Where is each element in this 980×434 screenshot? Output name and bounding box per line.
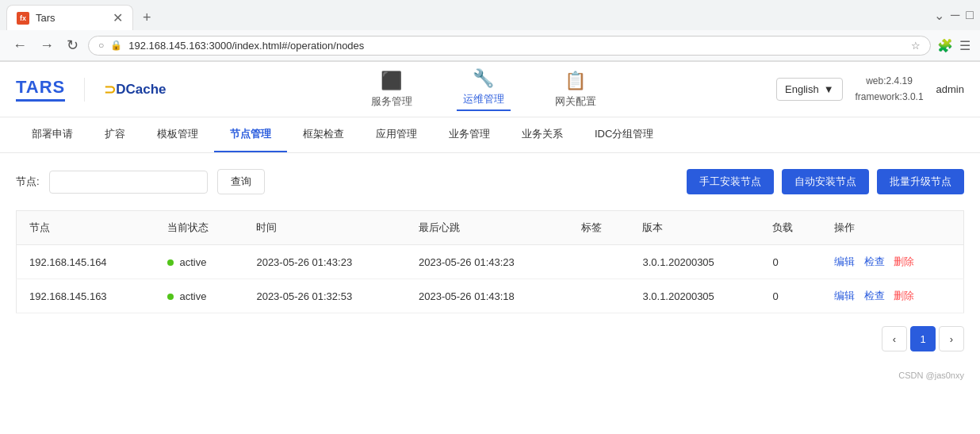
action-check-0[interactable]: 检查	[864, 255, 885, 267]
status-text-1: active	[179, 290, 206, 302]
cell-status-1: active	[155, 279, 244, 313]
subnav-idc[interactable]: IDC分组管理	[579, 117, 669, 152]
cell-version-0: 3.0.1.20200305	[630, 245, 760, 279]
logo-area: TARS ⊃ DCache	[16, 77, 190, 102]
tab-bar: fx Tars ✕ + ⌄ ─ □	[0, 0, 980, 30]
subnav-template[interactable]: 模板管理	[141, 117, 214, 152]
active-tab[interactable]: fx Tars ✕	[6, 5, 133, 30]
version-line2: framework:3.0.1	[856, 90, 924, 105]
dcache-d-icon: ⊃	[104, 81, 116, 98]
ops-label: 运维管理	[463, 92, 504, 106]
forward-button[interactable]: →	[36, 36, 57, 56]
cell-heartbeat-1: 2023-05-26 01:43:18	[406, 279, 568, 313]
nav-extras: 🧩 ☰	[937, 38, 970, 53]
app: TARS ⊃ DCache ⬛ 服务管理 🔧 运维管理 📋 网关配置	[0, 62, 980, 427]
search-button[interactable]: 查询	[217, 169, 265, 194]
menu-icon[interactable]: ☰	[959, 38, 970, 53]
dcache-text: DCache	[116, 82, 166, 98]
tab-close-button[interactable]: ✕	[113, 10, 123, 25]
cell-actions-0: 编辑 检查 删除	[821, 245, 963, 279]
browser-chrome: fx Tars ✕ + ⌄ ─ □ ← → ↻ ○ 🔒 192.168.145.…	[0, 0, 980, 62]
dropdown-arrow-icon: ▼	[824, 83, 834, 95]
service-icon: ⬛	[381, 71, 402, 91]
nav-gateway[interactable]: 📋 网关配置	[549, 71, 603, 109]
nodes-table: 节点 当前状态 时间 最后心跳 标签 版本 负载 操作 192.168.145.…	[16, 210, 964, 313]
cell-heartbeat-0: 2023-05-26 01:43:23	[406, 245, 568, 279]
prev-page-button[interactable]: ‹	[882, 326, 907, 351]
gateway-label: 网关配置	[555, 94, 596, 109]
subnav-nodes[interactable]: 节点管理	[214, 117, 287, 152]
next-page-button[interactable]: ›	[939, 326, 964, 351]
subnav-expand[interactable]: 扩容	[89, 117, 141, 152]
search-input[interactable]	[49, 171, 208, 194]
col-version: 版本	[630, 211, 760, 245]
action-edit-0[interactable]: 编辑	[834, 255, 855, 267]
minimize-icon[interactable]: ─	[951, 8, 959, 23]
status-dot-0	[167, 259, 174, 266]
tars-logo: TARS	[16, 77, 65, 102]
address-bar[interactable]: ○ 🔒 192.168.145.163:3000/index.html#/ope…	[88, 36, 931, 56]
service-label: 服务管理	[371, 94, 412, 109]
status-dot-1	[167, 294, 174, 300]
maximize-icon[interactable]: □	[966, 8, 974, 23]
header-right: English ▼ web:2.4.19 framework:3.0.1 adm…	[776, 74, 964, 104]
table-row: 192.168.145.163 active 2023-05-26 01:32:…	[17, 279, 964, 313]
main-nav: ⬛ 服务管理 🔧 运维管理 📋 网关配置	[190, 68, 776, 111]
language-select[interactable]: English ▼	[776, 78, 843, 101]
batch-upgrade-button[interactable]: 批量升级节点	[877, 169, 964, 194]
subnav-bizrelation[interactable]: 业务关系	[506, 117, 579, 152]
new-tab-button[interactable]: +	[136, 6, 158, 29]
auto-install-button[interactable]: 自动安装节点	[782, 169, 869, 194]
gateway-icon: 📋	[565, 71, 586, 91]
status-text-0: active	[179, 256, 206, 268]
reload-button[interactable]: ↻	[63, 35, 82, 56]
subnav-deploy[interactable]: 部署申请	[16, 117, 89, 152]
version-info: web:2.4.19 framework:3.0.1	[856, 74, 924, 104]
nav-bar: ← → ↻ ○ 🔒 192.168.145.163:3000/index.htm…	[0, 30, 980, 61]
extensions-icon[interactable]: 🧩	[937, 38, 953, 53]
cell-time-1: 2023-05-26 01:32:53	[243, 279, 406, 313]
action-edit-1[interactable]: 编辑	[834, 290, 855, 301]
cell-node-1: 192.168.145.163	[17, 279, 155, 313]
action-delete-0[interactable]: 删除	[894, 255, 914, 267]
subnav-bizmanage[interactable]: 业务管理	[433, 117, 506, 152]
action-check-1[interactable]: 检查	[864, 290, 885, 301]
cell-status-0: active	[155, 245, 244, 279]
search-label: 节点:	[16, 175, 40, 189]
action-buttons: 手工安装节点 自动安装节点 批量升级节点	[687, 169, 964, 194]
table-row: 192.168.145.164 active 2023-05-26 01:43:…	[17, 245, 964, 279]
nav-ops[interactable]: 🔧 运维管理	[457, 68, 511, 111]
cell-version-1: 3.0.1.20200305	[630, 279, 760, 313]
bookmark-icon[interactable]: ☆	[911, 40, 921, 52]
search-bar: 节点: 查询 手工安装节点 自动安装节点 批量升级节点	[16, 169, 964, 194]
table-head: 节点 当前状态 时间 最后心跳 标签 版本 负载 操作	[17, 211, 964, 245]
lock-icon: 🔒	[110, 40, 122, 51]
back-button[interactable]: ←	[10, 36, 30, 56]
col-status: 当前状态	[155, 211, 244, 245]
admin-label: admin	[936, 83, 964, 95]
col-heartbeat: 最后心跳	[406, 211, 568, 245]
table-header-row: 节点 当前状态 时间 最后心跳 标签 版本 负载 操作	[17, 211, 964, 245]
table-body: 192.168.145.164 active 2023-05-26 01:43:…	[17, 245, 964, 313]
nav-service[interactable]: ⬛ 服务管理	[365, 71, 419, 109]
cell-load-0: 0	[760, 245, 821, 279]
cell-time-0: 2023-05-26 01:43:23	[243, 245, 406, 279]
col-tag: 标签	[568, 211, 630, 245]
security-icon: ○	[98, 40, 104, 51]
col-time: 时间	[243, 211, 406, 245]
pagination: ‹ 1 ›	[16, 326, 964, 351]
tab-title: Tars	[36, 12, 106, 24]
manual-install-button[interactable]: 手工安装节点	[687, 169, 774, 194]
subnav-framework[interactable]: 框架检查	[287, 117, 360, 152]
footer-note: CSDN @jas0nxy	[0, 367, 980, 386]
col-actions: 操作	[821, 211, 963, 245]
subnav-appmanage[interactable]: 应用管理	[360, 117, 433, 152]
page-1-button[interactable]: 1	[910, 326, 936, 351]
cell-tag-1	[568, 279, 630, 313]
col-node: 节点	[17, 211, 155, 245]
tab-list-icon[interactable]: ⌄	[934, 8, 944, 23]
cell-load-1: 0	[760, 279, 821, 313]
app-header: TARS ⊃ DCache ⬛ 服务管理 🔧 运维管理 📋 网关配置	[0, 62, 980, 117]
action-delete-1[interactable]: 删除	[894, 290, 914, 301]
content-area: 节点: 查询 手工安装节点 自动安装节点 批量升级节点 节点 当前状态 时间 最…	[0, 153, 980, 367]
